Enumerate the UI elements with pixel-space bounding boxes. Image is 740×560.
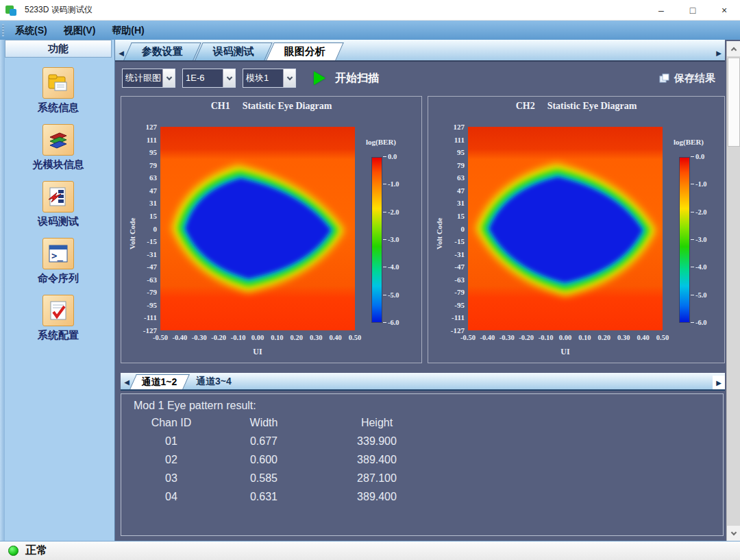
y-tick-label: -79 — [130, 288, 157, 296]
results-cell-r0c2: 339.900 — [319, 432, 435, 450]
tab-label: 参数设置 — [142, 45, 183, 58]
tab-2[interactable]: 眼图分析 — [266, 42, 344, 60]
y-tick-label: 63 — [437, 173, 465, 182]
sidebar-item-command-seq[interactable]: >_命令序列 — [5, 238, 112, 285]
sidebar-edge — [0, 40, 5, 541]
command-sequence-icon: >_ — [42, 238, 74, 269]
colorbar-tick-label: 0.0 — [388, 153, 397, 160]
save-results-label: 保存结果 — [674, 72, 715, 85]
y-tick-label: -31 — [437, 250, 465, 258]
y-tick-label: 63 — [130, 173, 157, 182]
app-icon — [5, 4, 18, 16]
close-icon[interactable]: × — [708, 0, 740, 21]
y-tick-label: 79 — [437, 161, 465, 169]
chart-title: CH1Statistic Eye Diagram — [121, 101, 421, 112]
y-tick-label: -63 — [130, 276, 157, 284]
combo-ber-threshold[interactable]: 1E-6 — [182, 69, 236, 88]
menu-grip — [2, 24, 4, 36]
channel-tab-scroll-right-icon[interactable]: ▶ — [713, 376, 725, 389]
eye-diagram-plot — [160, 127, 355, 330]
menu-item-0[interactable]: 系统(S) — [7, 21, 56, 40]
colorbar-tick-label: 0.0 — [695, 153, 704, 160]
chart-channel-name: CH2 — [516, 101, 535, 111]
y-tick-label: 31 — [130, 199, 157, 207]
y-tick-label: 79 — [130, 161, 157, 169]
colorbar-label: log(BER) — [674, 138, 704, 146]
svg-text:>_: >_ — [51, 250, 63, 262]
scroll-down-icon[interactable] — [727, 526, 740, 541]
menu-bar: 系统(S)视图(V)帮助(H) — [0, 21, 740, 40]
sidebar-items: 系统信息光模块信息误码测试>_命令序列系统配置 — [5, 67, 112, 342]
x-tick-label: 0.50 — [341, 334, 369, 341]
sidebar-item-label: 命令序列 — [38, 272, 79, 285]
results-panel: Mod 1 Eye pattern result: Chan IDWidthHe… — [121, 393, 724, 536]
results-cell-r2c2: 287.100 — [319, 469, 435, 487]
y-tick-label: 127 — [437, 123, 465, 131]
channel-tabstrip: ◀ 通道1~2通道3~4 ▶ — [121, 373, 725, 391]
channel-tab-1[interactable]: 通道3~4 — [184, 374, 243, 389]
sidebar-item-system-config[interactable]: 系统配置 — [5, 295, 112, 342]
results-cell-r1c2: 389.400 — [319, 450, 435, 469]
sidebar-header: 功能 — [5, 40, 112, 58]
menu-item-1[interactable]: 视图(V) — [56, 21, 104, 40]
sidebar-item-label: 系统信息 — [38, 101, 79, 114]
results-cell-r3c0: 04 — [134, 487, 209, 506]
ber-test-icon — [42, 181, 74, 212]
chevron-down-icon[interactable] — [162, 69, 175, 87]
colorbar-tick: -4.0 — [383, 263, 399, 271]
results-cell-r3c2: 389.400 — [319, 487, 435, 506]
scrollbar-thumb[interactable] — [728, 58, 740, 147]
tab-0[interactable]: 参数设置 — [123, 42, 201, 60]
save-icon — [658, 73, 670, 84]
start-scan-button[interactable]: 开始扫描 — [335, 71, 379, 86]
combo-ber-threshold-value: 1E-6 — [183, 69, 223, 87]
y-tick-label: 95 — [130, 148, 157, 156]
tab-1[interactable]: 误码测试 — [195, 42, 273, 60]
scroll-up-icon[interactable] — [727, 41, 740, 56]
y-tick-label: 111 — [130, 136, 157, 144]
maximize-icon[interactable]: □ — [677, 0, 708, 21]
colorbar-tick-label: -6.0 — [388, 319, 399, 326]
y-tick-label: -79 — [437, 288, 465, 296]
x-axis-label: UI — [468, 347, 663, 357]
y-tick-label: -47 — [130, 263, 157, 271]
results-col-header-0: Chan ID — [134, 413, 209, 432]
chevron-down-icon[interactable] — [283, 69, 295, 87]
status-bar: 正常 — [0, 541, 740, 560]
play-icon[interactable] — [314, 71, 325, 85]
sidebar-item-label: 系统配置 — [38, 329, 79, 342]
tab-label: 误码测试 — [213, 45, 254, 58]
channel-tab-label: 通道3~4 — [196, 376, 232, 388]
colorbar-tick: 0.0 — [383, 153, 397, 160]
sidebar-item-optical-module[interactable]: 光模块信息 — [5, 124, 112, 171]
save-results-button[interactable]: 保存结果 — [658, 72, 715, 85]
sidebar-item-ber-test[interactable]: 误码测试 — [5, 181, 112, 228]
minimize-icon[interactable]: – — [645, 0, 677, 21]
colorbar-tick-label: -2.0 — [388, 208, 399, 216]
combo-module[interactable]: 模块1 — [243, 69, 296, 88]
main-area: ◀ 参数设置误码测试眼图分析 ▶ 统计眼图1E-6模块1 开始扫描 保存结果 C… — [115, 40, 740, 541]
sidebar-item-system-info[interactable]: 系统信息 — [5, 67, 112, 114]
colorbar-tick-label: -6.0 — [695, 319, 707, 326]
y-tick-label: -95 — [130, 301, 157, 309]
colorbar-tick-label: -4.0 — [695, 263, 707, 271]
colorbar-tick-label: -3.0 — [695, 236, 707, 243]
y-tick-label: -63 — [437, 276, 465, 284]
menu-item-2[interactable]: 帮助(H) — [103, 21, 152, 40]
channel-tab-0[interactable]: 通道1~2 — [130, 374, 190, 389]
results-cell-r0c0: 01 — [134, 432, 209, 450]
sidebar: 功能 系统信息光模块信息误码测试>_命令序列系统配置 — [0, 40, 115, 541]
eye-diagram-panel-ch1: CH1Statistic Eye Diagram1271119579634731… — [121, 96, 422, 363]
colorbar-tick-label: -2.0 — [695, 208, 707, 216]
chevron-down-icon[interactable] — [223, 69, 235, 87]
y-tick-label: -47 — [437, 263, 465, 271]
chart-title-text: Statistic Eye Diagram — [243, 101, 332, 111]
optical-module-icon — [42, 124, 74, 156]
colorbar-tick-label: -1.0 — [388, 180, 399, 188]
tab-scroll-right-icon[interactable]: ▶ — [713, 45, 725, 60]
y-axis-label: Volt Code — [435, 208, 443, 249]
combo-eye-type[interactable]: 统计眼图 — [122, 69, 175, 88]
vertical-scrollbar[interactable] — [726, 41, 740, 541]
chart-title: CH2Statistic Eye Diagram — [428, 101, 724, 112]
colorbar-tick-label: -1.0 — [695, 180, 707, 188]
